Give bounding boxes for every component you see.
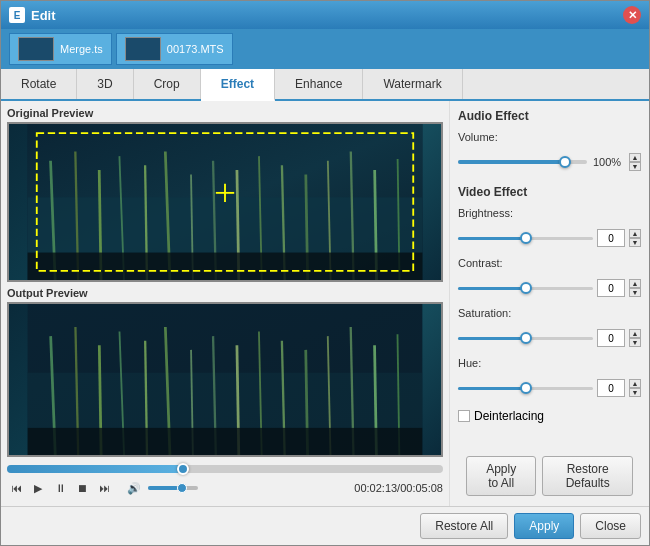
brightness-fill (458, 237, 526, 240)
restore-all-button[interactable]: Restore All (420, 513, 508, 539)
close-window-button[interactable]: ✕ (623, 6, 641, 24)
saturation-thumb (520, 332, 532, 344)
apply-button[interactable]: Apply (514, 513, 574, 539)
title-bar: E Edit ✕ (1, 1, 649, 29)
hue-spin[interactable]: ▲ ▼ (629, 379, 641, 397)
brightness-spin[interactable]: ▲ ▼ (629, 229, 641, 247)
saturation-slider[interactable] (458, 331, 593, 345)
file-item-merge[interactable]: Merge.ts (9, 33, 112, 65)
deinterlace-label: Deinterlacing (474, 409, 544, 423)
hue-down-btn[interactable]: ▼ (629, 388, 641, 397)
file-item-mts[interactable]: 00173.MTS (116, 33, 233, 65)
file-thumb-merge (18, 37, 54, 61)
brightness-slider-row: 0 ▲ ▼ (458, 229, 641, 247)
tab-enhance[interactable]: Enhance (275, 69, 363, 99)
apply-to-all-button[interactable]: Apply to All (466, 456, 536, 496)
skip-forward-button[interactable]: ⏭ (95, 479, 113, 497)
deinterlace-row: Deinterlacing (458, 409, 641, 423)
brightness-label: Brightness: (458, 207, 523, 219)
playback-thumb[interactable] (177, 463, 189, 475)
file-name-mts: 00173.MTS (167, 43, 224, 55)
svg-rect-19 (28, 253, 423, 281)
tabs-bar: Rotate 3D Crop Effect Enhance Watermark (1, 69, 649, 101)
saturation-row: Saturation: (458, 307, 641, 319)
playback-bar[interactable] (7, 465, 443, 473)
hue-up-btn[interactable]: ▲ (629, 379, 641, 388)
brightness-row: Brightness: (458, 207, 641, 219)
brightness-thumb (520, 232, 532, 244)
hue-label: Hue: (458, 357, 523, 369)
contrast-up-btn[interactable]: ▲ (629, 279, 641, 288)
hue-value[interactable]: 0 (597, 379, 625, 397)
contrast-track (458, 287, 593, 290)
saturation-spin[interactable]: ▲ ▼ (629, 329, 641, 347)
saturation-label: Saturation: (458, 307, 523, 319)
volume-slider-row: 100% ▲ ▼ (458, 153, 641, 171)
tab-watermark[interactable]: Watermark (363, 69, 462, 99)
brightness-up-btn[interactable]: ▲ (629, 229, 641, 238)
file-name-merge: Merge.ts (60, 43, 103, 55)
audio-effect-title: Audio Effect (458, 109, 641, 123)
hue-thumb (520, 382, 532, 394)
play-button[interactable]: ▶ (29, 479, 47, 497)
contrast-label: Contrast: (458, 257, 523, 269)
stop-button[interactable]: ⏹ (73, 479, 91, 497)
tab-effect[interactable]: Effect (201, 69, 275, 101)
volume-spin[interactable]: ▲ ▼ (629, 153, 641, 171)
contrast-down-btn[interactable]: ▼ (629, 288, 641, 297)
saturation-up-btn[interactable]: ▲ (629, 329, 641, 338)
brightness-slider[interactable] (458, 231, 593, 245)
saturation-down-btn[interactable]: ▼ (629, 338, 641, 347)
bottom-buttons: Restore All Apply Close (1, 506, 649, 545)
tab-3d[interactable]: 3D (77, 69, 133, 99)
brightness-value[interactable]: 0 (597, 229, 625, 247)
hue-fill (458, 387, 526, 390)
contrast-spin[interactable]: ▲ ▼ (629, 279, 641, 297)
controls-row: ⏮ ▶ ⏸ ⏹ ⏭ 🔊 00:02:13/00:05:08 (7, 476, 443, 500)
original-video (9, 124, 441, 280)
vol-fill (148, 486, 178, 490)
volume-up-btn[interactable]: ▲ (629, 153, 641, 162)
original-preview-label: Original Preview (7, 107, 443, 119)
right-panel: Audio Effect Volume: 100% ▲ ▼ Video Effe… (449, 101, 649, 506)
volume-down-btn[interactable]: ▼ (629, 162, 641, 171)
file-bar: Merge.ts 00173.MTS (1, 29, 649, 69)
brightness-track (458, 237, 593, 240)
saturation-track (458, 337, 593, 340)
contrast-slider[interactable] (458, 281, 593, 295)
left-panel: Original Preview (1, 101, 449, 506)
saturation-slider-row: 0 ▲ ▼ (458, 329, 641, 347)
brightness-down-btn[interactable]: ▼ (629, 238, 641, 247)
volume-icon: 🔊 (127, 482, 141, 495)
file-thumb-mts (125, 37, 161, 61)
volume-track[interactable] (458, 160, 587, 164)
hue-row: Hue: (458, 357, 641, 369)
edit-window: E Edit ✕ Merge.ts 00173.MTS Rotate 3D Cr… (0, 0, 650, 546)
hue-slider[interactable] (458, 381, 593, 395)
saturation-value[interactable]: 0 (597, 329, 625, 347)
output-preview-box (7, 302, 443, 457)
main-content: Original Preview (1, 101, 649, 506)
close-button[interactable]: Close (580, 513, 641, 539)
contrast-thumb (520, 282, 532, 294)
pause-button[interactable]: ⏸ (51, 479, 69, 497)
volume-thumb (559, 156, 571, 168)
tab-rotate[interactable]: Rotate (1, 69, 77, 99)
svg-rect-42 (28, 428, 423, 456)
volume-slider[interactable] (148, 486, 198, 490)
time-display: 00:02:13/00:05:08 (354, 482, 443, 494)
contrast-slider-row: 0 ▲ ▼ (458, 279, 641, 297)
app-icon: E (9, 7, 25, 23)
hue-track (458, 387, 593, 390)
skip-back-button[interactable]: ⏮ (7, 479, 25, 497)
volume-label: Volume: (458, 131, 523, 143)
contrast-value[interactable]: 0 (597, 279, 625, 297)
tab-crop[interactable]: Crop (134, 69, 201, 99)
output-video (9, 304, 441, 455)
contrast-fill (458, 287, 526, 290)
deinterlace-checkbox[interactable] (458, 410, 470, 422)
restore-defaults-button[interactable]: Restore Defaults (542, 456, 633, 496)
apply-restore-row: Apply to All Restore Defaults (458, 452, 641, 498)
saturation-fill (458, 337, 526, 340)
output-video-art (9, 304, 441, 455)
